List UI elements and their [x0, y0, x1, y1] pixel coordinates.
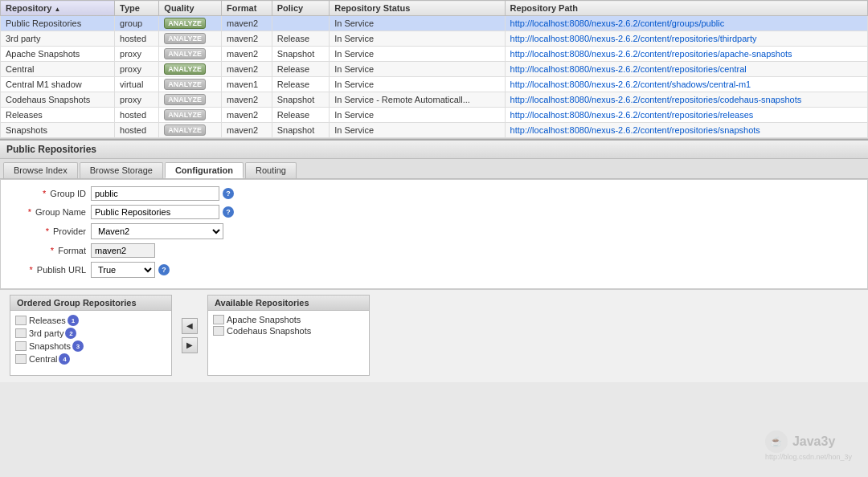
cell-policy: Release: [272, 62, 329, 77]
required-star-4: *: [51, 246, 54, 255]
path-link[interactable]: http://localhost:8080/nexus-2.6.2/conten…: [510, 110, 754, 120]
format-row: * Format: [10, 243, 858, 258]
move-right-button[interactable]: ▶: [182, 337, 198, 353]
cell-quality[interactable]: ANALYZE: [159, 77, 222, 92]
cell-quality[interactable]: ANALYZE: [159, 31, 222, 47]
cell-quality[interactable]: ANALYZE: [159, 16, 222, 31]
provider-label: * Provider: [10, 226, 91, 236]
available-repo-item[interactable]: Codehaus Snapshots: [211, 325, 366, 336]
cell-name: Central: [1, 62, 115, 77]
ordered-repo-item[interactable]: Releases 1: [14, 314, 168, 327]
publish-url-select[interactable]: True: [91, 262, 155, 278]
ordered-repo-name: 3rd party: [29, 328, 63, 338]
ordered-repo-item[interactable]: 3rd party 2: [14, 327, 168, 340]
path-link[interactable]: http://localhost:8080/nexus-2.6.2/conten…: [510, 49, 792, 59]
tab-browse-storage[interactable]: Browse Storage: [80, 162, 163, 178]
ordered-repo-name: Central: [29, 354, 57, 364]
order-badge: 1: [68, 315, 79, 326]
available-repos-content: Apache Snapshots Codehaus Snapshots: [208, 311, 369, 375]
available-repo-name: Codehaus Snapshots: [227, 326, 311, 336]
cell-quality[interactable]: ANALYZE: [159, 108, 222, 123]
cell-path: http://localhost:8080/nexus-2.6.2/conten…: [505, 123, 867, 138]
tab-routing[interactable]: Routing: [245, 162, 297, 178]
required-star: *: [43, 189, 46, 198]
repos-section: Ordered Group Repositories Releases 1 3r…: [0, 289, 868, 382]
analyze-button[interactable]: ANALYZE: [164, 48, 206, 59]
group-name-info-icon[interactable]: ?: [223, 206, 234, 218]
analyze-button[interactable]: ANALYZE: [164, 124, 206, 136]
path-link[interactable]: http://localhost:8080/nexus-2.6.2/conten…: [510, 34, 757, 43]
cell-type: hosted: [115, 123, 159, 138]
cell-quality[interactable]: ANALYZE: [159, 47, 222, 62]
cell-name: Apache Snapshots: [1, 47, 115, 62]
top-section: Repository ▲ Type Quality Format Policy …: [0, 0, 868, 139]
cell-format: maven2: [222, 16, 272, 31]
ordered-repo-item[interactable]: Central 4: [14, 353, 168, 365]
table-row[interactable]: Central proxy ANALYZE maven2 Release In …: [1, 62, 868, 77]
analyze-button[interactable]: ANALYZE: [164, 94, 206, 105]
cell-status: In Service: [330, 123, 505, 138]
available-repo-item[interactable]: Apache Snapshots: [211, 314, 366, 325]
table-row[interactable]: Snapshots hosted ANALYZE maven2 Snapshot…: [1, 123, 868, 138]
cell-name: Releases: [1, 108, 115, 123]
path-link[interactable]: http://localhost:8080/nexus-2.6.2/conten…: [510, 95, 802, 104]
group-id-label: * Group ID: [10, 189, 91, 198]
group-name-row: * Group Name ?: [10, 205, 858, 219]
col-repository[interactable]: Repository ▲: [1, 1, 115, 16]
ordered-repo-name: Releases: [29, 316, 66, 325]
ordered-repo-item[interactable]: Snapshots 3: [14, 340, 168, 353]
analyze-button[interactable]: ANALYZE: [164, 18, 206, 29]
path-link[interactable]: http://localhost:8080/nexus-2.6.2/conten…: [510, 80, 751, 89]
format-label: * Format: [10, 246, 91, 255]
ordered-repo-name: Snapshots: [29, 341, 71, 351]
col-policy[interactable]: Policy: [272, 1, 329, 16]
cell-format: maven2: [222, 31, 272, 47]
analyze-button[interactable]: ANALYZE: [164, 63, 206, 75]
col-quality[interactable]: Quality: [159, 1, 222, 16]
tab-browse-index[interactable]: Browse Index: [3, 162, 78, 178]
col-format[interactable]: Format: [222, 1, 272, 16]
cell-quality[interactable]: ANALYZE: [159, 123, 222, 138]
table-row[interactable]: Releases hosted ANALYZE maven2 Release I…: [1, 108, 868, 123]
panel-title: Public Repositories: [0, 141, 868, 159]
cell-status: In Service: [330, 16, 505, 31]
analyze-button[interactable]: ANALYZE: [164, 109, 206, 120]
config-section: * Group ID ? * Group Name ? * Provider M…: [0, 179, 868, 289]
group-name-input[interactable]: [91, 205, 219, 219]
cell-path: http://localhost:8080/nexus-2.6.2/conten…: [505, 92, 867, 108]
cell-name: Snapshots: [1, 123, 115, 138]
analyze-button[interactable]: ANALYZE: [164, 79, 206, 90]
path-link[interactable]: http://localhost:8080/nexus-2.6.2/conten…: [510, 64, 747, 74]
cell-quality[interactable]: ANALYZE: [159, 92, 222, 108]
cell-type: hosted: [115, 31, 159, 47]
cell-type: proxy: [115, 62, 159, 77]
table-row[interactable]: Codehaus Snapshots proxy ANALYZE maven2 …: [1, 92, 868, 108]
cell-format: maven2: [222, 92, 272, 108]
table-row[interactable]: Central M1 shadow virtual ANALYZE maven1…: [1, 77, 868, 92]
move-left-button[interactable]: ◀: [182, 318, 198, 334]
provider-select[interactable]: Maven2: [91, 223, 223, 239]
col-type[interactable]: Type: [115, 1, 159, 16]
cell-type: virtual: [115, 77, 159, 92]
group-id-input[interactable]: [91, 186, 219, 201]
analyze-button[interactable]: ANALYZE: [164, 33, 206, 44]
table-row[interactable]: Apache Snapshots proxy ANALYZE maven2 Sn…: [1, 47, 868, 62]
repo-item-icon: [15, 341, 27, 351]
table-row[interactable]: 3rd party hosted ANALYZE maven2 Release …: [1, 31, 868, 47]
table-row[interactable]: Public Repositories group ANALYZE maven2…: [1, 16, 868, 31]
cell-policy: Snapshot: [272, 123, 329, 138]
available-repos-box: Available Repositories Apache Snapshots …: [207, 295, 370, 376]
required-star-2: *: [28, 207, 31, 217]
group-name-label: * Group Name: [10, 207, 91, 217]
group-id-info-icon[interactable]: ?: [223, 188, 234, 199]
cell-type: proxy: [115, 47, 159, 62]
path-link[interactable]: http://localhost:8080/nexus-2.6.2/conten…: [510, 18, 725, 28]
publish-url-info-icon[interactable]: ?: [158, 264, 170, 275]
col-path[interactable]: Repository Path: [505, 1, 867, 16]
tab-configuration[interactable]: Configuration: [165, 162, 244, 178]
col-status[interactable]: Repository Status: [330, 1, 505, 16]
cell-quality[interactable]: ANALYZE: [159, 62, 222, 77]
bottom-panel: Public Repositories Browse Index Browse …: [0, 139, 868, 382]
path-link[interactable]: http://localhost:8080/nexus-2.6.2/conten…: [510, 125, 760, 135]
cell-path: http://localhost:8080/nexus-2.6.2/conten…: [505, 62, 867, 77]
